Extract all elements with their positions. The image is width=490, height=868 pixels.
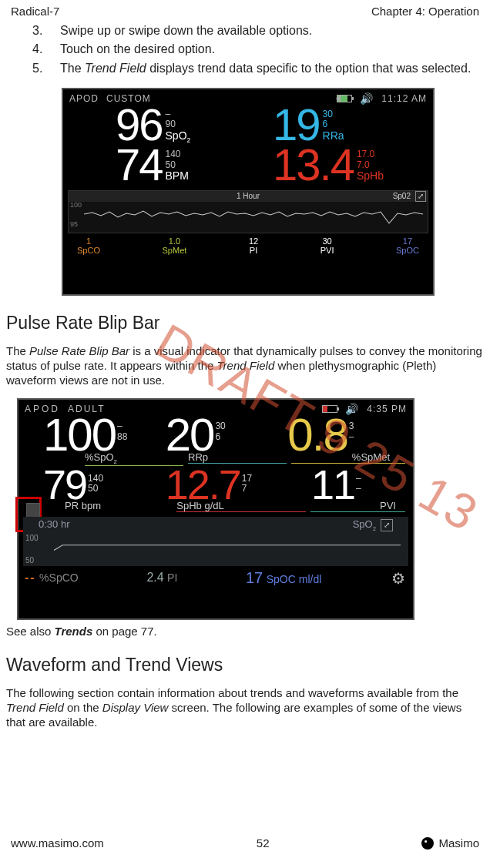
vital-value: 20 <box>166 415 214 454</box>
mode-label: APOD <box>69 93 99 104</box>
vital-spo2[interactable]: 100 – 88 <box>43 415 161 454</box>
limit-low: – <box>349 432 354 442</box>
vital-value: 74 <box>116 145 163 185</box>
text-run: See also <box>6 625 55 638</box>
list-item: 4. Touch on the desired option. <box>32 41 484 58</box>
expand-icon[interactable]: ⤢ <box>415 191 426 202</box>
metric-value: 1.0 <box>163 236 187 246</box>
limit-low: 6 <box>323 119 344 129</box>
emphasis: Trend Field <box>85 62 146 75</box>
list-item: 3. Swipe up or swipe down the available … <box>32 22 484 39</box>
step-text: Swipe up or swipe down the available opt… <box>60 22 312 39</box>
vital-sphb[interactable]: 13.4 17.0 7.0 SpHb <box>273 145 427 185</box>
step-number: 5. <box>32 60 43 77</box>
page-footer: www.masimo.com 52 Masimo <box>0 829 490 868</box>
tick: 95 <box>70 221 82 229</box>
waveform-icon <box>54 540 401 555</box>
limit-low: 7 <box>242 484 252 494</box>
brand-logo-icon <box>421 837 434 850</box>
trend-span: 0:30 hr <box>39 518 69 532</box>
vital-label: PR bpm <box>65 500 172 511</box>
metric-value: 30 <box>321 236 334 246</box>
vital-rrp[interactable]: 20 30 6 <box>166 415 284 454</box>
metric-label: SpMet <box>163 246 187 255</box>
metric-value: 12 <box>249 236 258 246</box>
metric-label: PI <box>167 571 177 584</box>
instruction-list: 3. Swipe up or swipe down the available … <box>6 22 484 77</box>
page-header: Radical-7 Chapter 4: Operation <box>0 0 490 18</box>
vital-limits: 3 – <box>347 415 354 454</box>
trend-graph[interactable]: 1 Hour Sp02 ⤢ 100 95 <box>68 190 428 233</box>
vital-value: 13.4 <box>273 145 354 185</box>
limit-low: 90 <box>166 119 191 129</box>
vital-value: 12.7 <box>166 468 240 503</box>
expand-icon[interactable]: ⤢ <box>381 519 393 531</box>
vitals-row: 79 140 50 12.7 17 7 11 – – <box>18 468 413 503</box>
tick: 100 <box>70 202 82 209</box>
y-axis-ticks: 100 95 <box>70 202 82 230</box>
metric-spco[interactable]: 1 SpCO <box>77 236 100 255</box>
metric-value: -- <box>25 571 36 584</box>
metric-pi[interactable]: 2.4 PI <box>146 571 177 585</box>
vital-value: 100 <box>43 415 116 454</box>
step-text: The Trend Field displays trend data spec… <box>60 60 471 77</box>
page-content: 3. Swipe up or swipe down the available … <box>0 18 490 829</box>
section-heading: Pulse Rate Blip Bar <box>6 313 484 333</box>
brand: Masimo <box>421 836 479 850</box>
step-number: 4. <box>32 41 43 58</box>
text-run: on page 77. <box>92 625 156 638</box>
text-run: The following section contain informatio… <box>6 686 458 699</box>
waveform-icon <box>84 208 423 228</box>
vital-value: 11 <box>311 468 354 503</box>
metric-value: 2.4 <box>146 571 163 584</box>
text-run: The <box>6 344 29 357</box>
section-heading: Waveform and Trend Views <box>6 655 484 675</box>
limit-low: 50 <box>166 160 189 170</box>
vital-pr[interactable]: 79 140 50 <box>43 468 161 503</box>
step-number: 3. <box>32 22 43 39</box>
metric-pvi[interactable]: 30 PVI <box>321 236 334 255</box>
metric-value: 17 <box>396 236 419 246</box>
metric-label: SpOC <box>396 246 419 255</box>
emphasis: Pulse Rate Blip Bar <box>29 344 129 357</box>
vital-spmet[interactable]: 0.8 3 – <box>287 415 405 454</box>
vital-label: BPM <box>166 170 189 182</box>
text-run: The <box>60 62 85 75</box>
vital-limits: – 90 SpO2 <box>163 105 191 143</box>
vital-bpm[interactable]: 74 140 50 BPM <box>116 145 270 185</box>
emphasis: Trend Field <box>217 359 275 372</box>
vitals-row: 74 140 50 BPM 13.4 17.0 7.0 SpHb <box>63 145 433 185</box>
cross-reference: Trends <box>55 625 93 638</box>
metric-spoc[interactable]: 17 SpOC ml/dl <box>246 569 321 587</box>
gear-icon[interactable]: ⚙ <box>390 569 407 586</box>
speaker-icon: 🔊 <box>345 403 359 415</box>
metric-spco[interactable]: -- %SpCO <box>25 571 79 585</box>
limit-high: 3 <box>349 421 354 431</box>
footer-metrics: -- %SpCO 2.4 PI 17 SpOC ml/dl ⚙ <box>18 566 413 590</box>
vital-label: SpHb <box>357 170 384 182</box>
trend-header: 1 Hour Sp02 ⤢ <box>69 191 428 202</box>
caption: See also Trends on page 77. <box>6 625 484 638</box>
vital-limits: 17 7 <box>240 468 252 503</box>
trend-param: Sp02 <box>393 192 411 200</box>
doc-title-right: Chapter 4: Operation <box>371 5 479 18</box>
vital-pvi[interactable]: 11 – – <box>311 468 405 503</box>
vital-sphb[interactable]: 12.7 17 7 <box>166 468 307 503</box>
trend-header: 0:30 hr SpO2 ⤢ <box>23 518 408 532</box>
metric-pi[interactable]: 12 PI <box>249 236 258 255</box>
metric-spmet[interactable]: 1.0 SpMet <box>163 236 187 255</box>
metric-value: 17 <box>246 569 263 586</box>
vital-limits: 17.0 7.0 SpHb <box>354 145 384 182</box>
limit-high: – <box>117 421 127 431</box>
limit-high: 17.0 <box>357 149 384 159</box>
metric-spoc[interactable]: 17 SpOC <box>396 236 419 255</box>
body-paragraph: The following section contain informatio… <box>6 686 484 729</box>
metric-label: %SpCO <box>39 571 79 584</box>
text-run: displays trend data specific to the opti… <box>146 62 472 75</box>
tick: 100 <box>25 534 39 542</box>
metric-label: SpOC ml/dl <box>267 573 322 585</box>
trend-graph[interactable]: 0:30 hr SpO2 ⤢ 100 50 <box>23 517 408 566</box>
vital-label: SpO2 <box>166 130 191 144</box>
vital-limits: – 88 <box>116 415 127 454</box>
limit-low: 6 <box>215 432 225 442</box>
